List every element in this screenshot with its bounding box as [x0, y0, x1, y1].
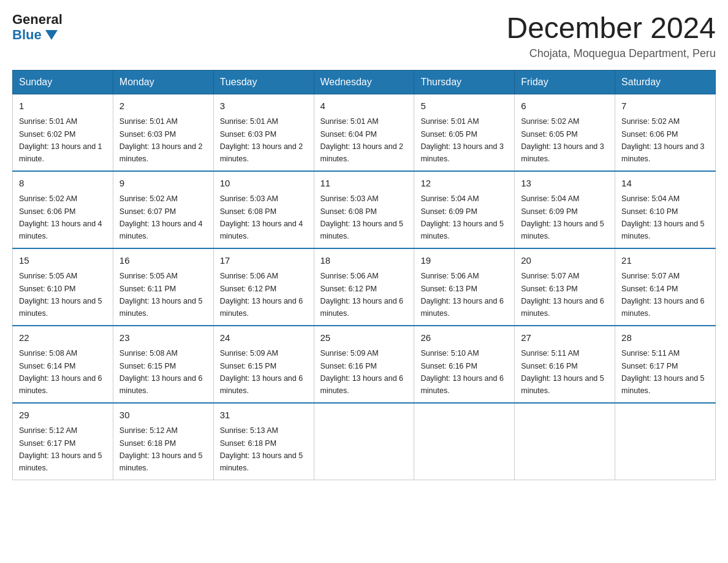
- page-header: General Blue December 2024 Chojata, Moqu…: [12, 12, 716, 60]
- day-number: 20: [521, 254, 609, 268]
- calendar-cell: [515, 403, 615, 480]
- calendar-cell: 6 Sunrise: 5:02 AMSunset: 6:05 PMDayligh…: [515, 94, 615, 171]
- calendar-cell: [414, 403, 515, 480]
- day-info: Sunrise: 5:01 AMSunset: 6:05 PMDaylight:…: [420, 117, 504, 163]
- day-info: Sunrise: 5:07 AMSunset: 6:14 PMDaylight:…: [621, 272, 705, 318]
- day-number: 18: [320, 254, 408, 268]
- day-number: 30: [119, 408, 207, 423]
- day-info: Sunrise: 5:01 AMSunset: 6:03 PMDaylight:…: [220, 117, 303, 163]
- day-info: Sunrise: 5:02 AMSunset: 6:05 PMDaylight:…: [521, 117, 604, 163]
- calendar-cell: 9 Sunrise: 5:02 AMSunset: 6:07 PMDayligh…: [113, 171, 213, 248]
- day-number: 26: [420, 331, 508, 345]
- logo-blue-text: Blue: [12, 27, 58, 43]
- weekday-header-sunday: Sunday: [13, 70, 113, 94]
- day-info: Sunrise: 5:01 AMSunset: 6:03 PMDaylight:…: [119, 117, 203, 163]
- calendar-cell: 17 Sunrise: 5:06 AMSunset: 6:12 PMDaylig…: [213, 248, 314, 326]
- calendar-cell: 30 Sunrise: 5:12 AMSunset: 6:18 PMDaylig…: [113, 403, 213, 480]
- day-number: 19: [420, 254, 508, 268]
- calendar-cell: 27 Sunrise: 5:11 AMSunset: 6:16 PMDaylig…: [515, 326, 615, 403]
- calendar-week-row: 15 Sunrise: 5:05 AMSunset: 6:10 PMDaylig…: [13, 248, 716, 326]
- weekday-header-saturday: Saturday: [615, 70, 716, 94]
- calendar-table: SundayMondayTuesdayWednesdayThursdayFrid…: [12, 70, 716, 480]
- weekday-header-thursday: Thursday: [414, 70, 515, 94]
- day-info: Sunrise: 5:09 AMSunset: 6:16 PMDaylight:…: [320, 349, 404, 395]
- calendar-cell: 2 Sunrise: 5:01 AMSunset: 6:03 PMDayligh…: [113, 94, 213, 171]
- day-info: Sunrise: 5:01 AMSunset: 6:04 PMDaylight:…: [320, 117, 404, 163]
- day-info: Sunrise: 5:11 AMSunset: 6:17 PMDaylight:…: [621, 349, 705, 395]
- day-info: Sunrise: 5:06 AMSunset: 6:12 PMDaylight:…: [320, 272, 404, 318]
- day-number: 29: [19, 408, 107, 423]
- day-info: Sunrise: 5:10 AMSunset: 6:16 PMDaylight:…: [420, 349, 504, 395]
- day-info: Sunrise: 5:02 AMSunset: 6:06 PMDaylight:…: [19, 194, 102, 240]
- day-number: 27: [521, 331, 609, 345]
- day-info: Sunrise: 5:04 AMSunset: 6:10 PMDaylight:…: [621, 194, 705, 240]
- day-number: 1: [19, 99, 107, 113]
- calendar-cell: 20 Sunrise: 5:07 AMSunset: 6:13 PMDaylig…: [515, 248, 615, 326]
- calendar-cell: 19 Sunrise: 5:06 AMSunset: 6:13 PMDaylig…: [414, 248, 515, 326]
- day-number: 31: [220, 408, 308, 423]
- day-number: 3: [220, 99, 308, 113]
- day-info: Sunrise: 5:06 AMSunset: 6:12 PMDaylight:…: [220, 272, 303, 318]
- calendar-cell: 8 Sunrise: 5:02 AMSunset: 6:06 PMDayligh…: [13, 171, 113, 248]
- day-info: Sunrise: 5:06 AMSunset: 6:13 PMDaylight:…: [420, 272, 504, 318]
- day-info: Sunrise: 5:08 AMSunset: 6:14 PMDaylight:…: [19, 349, 102, 395]
- logo-general-text: General: [12, 12, 63, 27]
- calendar-cell: 26 Sunrise: 5:10 AMSunset: 6:16 PMDaylig…: [414, 326, 515, 403]
- calendar-cell: 29 Sunrise: 5:12 AMSunset: 6:17 PMDaylig…: [13, 403, 113, 480]
- calendar-cell: [314, 403, 414, 480]
- day-number: 6: [521, 99, 609, 113]
- day-info: Sunrise: 5:11 AMSunset: 6:16 PMDaylight:…: [521, 349, 604, 395]
- day-info: Sunrise: 5:03 AMSunset: 6:08 PMDaylight:…: [320, 194, 404, 240]
- day-number: 7: [621, 99, 709, 113]
- month-title: December 2024: [506, 12, 716, 45]
- day-info: Sunrise: 5:02 AMSunset: 6:07 PMDaylight:…: [119, 194, 203, 240]
- calendar-cell: 1 Sunrise: 5:01 AMSunset: 6:02 PMDayligh…: [13, 94, 113, 171]
- day-info: Sunrise: 5:12 AMSunset: 6:17 PMDaylight:…: [19, 426, 102, 472]
- calendar-week-row: 8 Sunrise: 5:02 AMSunset: 6:06 PMDayligh…: [13, 171, 716, 248]
- calendar-cell: 22 Sunrise: 5:08 AMSunset: 6:14 PMDaylig…: [13, 326, 113, 403]
- day-info: Sunrise: 5:04 AMSunset: 6:09 PMDaylight:…: [420, 194, 504, 240]
- day-number: 17: [220, 254, 308, 268]
- calendar-week-row: 22 Sunrise: 5:08 AMSunset: 6:14 PMDaylig…: [13, 326, 716, 403]
- day-number: 28: [621, 331, 709, 345]
- logo-triangle-icon: [45, 30, 58, 40]
- day-info: Sunrise: 5:03 AMSunset: 6:08 PMDaylight:…: [220, 194, 303, 240]
- calendar-cell: 11 Sunrise: 5:03 AMSunset: 6:08 PMDaylig…: [314, 171, 414, 248]
- calendar-cell: 24 Sunrise: 5:09 AMSunset: 6:15 PMDaylig…: [213, 326, 314, 403]
- day-number: 9: [119, 177, 207, 191]
- day-info: Sunrise: 5:08 AMSunset: 6:15 PMDaylight:…: [119, 349, 203, 395]
- calendar-cell: 13 Sunrise: 5:04 AMSunset: 6:09 PMDaylig…: [515, 171, 615, 248]
- calendar-cell: 10 Sunrise: 5:03 AMSunset: 6:08 PMDaylig…: [213, 171, 314, 248]
- location-title: Chojata, Moquegua Department, Peru: [506, 47, 716, 60]
- calendar-header-row: SundayMondayTuesdayWednesdayThursdayFrid…: [13, 70, 716, 94]
- day-number: 10: [220, 177, 308, 191]
- day-number: 12: [420, 177, 508, 191]
- calendar-week-row: 1 Sunrise: 5:01 AMSunset: 6:02 PMDayligh…: [13, 94, 716, 171]
- day-number: 13: [521, 177, 609, 191]
- day-number: 15: [19, 254, 107, 268]
- calendar-cell: 5 Sunrise: 5:01 AMSunset: 6:05 PMDayligh…: [414, 94, 515, 171]
- calendar-cell: 31 Sunrise: 5:13 AMSunset: 6:18 PMDaylig…: [213, 403, 314, 480]
- day-number: 21: [621, 254, 709, 268]
- weekday-header-wednesday: Wednesday: [314, 70, 414, 94]
- day-number: 2: [119, 99, 207, 113]
- day-info: Sunrise: 5:01 AMSunset: 6:02 PMDaylight:…: [19, 117, 102, 163]
- day-number: 25: [320, 331, 408, 345]
- calendar-cell: 16 Sunrise: 5:05 AMSunset: 6:11 PMDaylig…: [113, 248, 213, 326]
- day-number: 14: [621, 177, 709, 191]
- day-info: Sunrise: 5:05 AMSunset: 6:11 PMDaylight:…: [119, 272, 203, 318]
- day-number: 22: [19, 331, 107, 345]
- calendar-cell: 7 Sunrise: 5:02 AMSunset: 6:06 PMDayligh…: [615, 94, 716, 171]
- day-number: 24: [220, 331, 308, 345]
- day-number: 16: [119, 254, 207, 268]
- day-info: Sunrise: 5:13 AMSunset: 6:18 PMDaylight:…: [220, 426, 303, 472]
- day-info: Sunrise: 5:02 AMSunset: 6:06 PMDaylight:…: [621, 117, 705, 163]
- weekday-header-monday: Monday: [113, 70, 213, 94]
- calendar-cell: 25 Sunrise: 5:09 AMSunset: 6:16 PMDaylig…: [314, 326, 414, 403]
- calendar-cell: 14 Sunrise: 5:04 AMSunset: 6:10 PMDaylig…: [615, 171, 716, 248]
- calendar-cell: 18 Sunrise: 5:06 AMSunset: 6:12 PMDaylig…: [314, 248, 414, 326]
- calendar-cell: 23 Sunrise: 5:08 AMSunset: 6:15 PMDaylig…: [113, 326, 213, 403]
- day-number: 4: [320, 99, 408, 113]
- calendar-cell: 15 Sunrise: 5:05 AMSunset: 6:10 PMDaylig…: [13, 248, 113, 326]
- calendar-cell: 21 Sunrise: 5:07 AMSunset: 6:14 PMDaylig…: [615, 248, 716, 326]
